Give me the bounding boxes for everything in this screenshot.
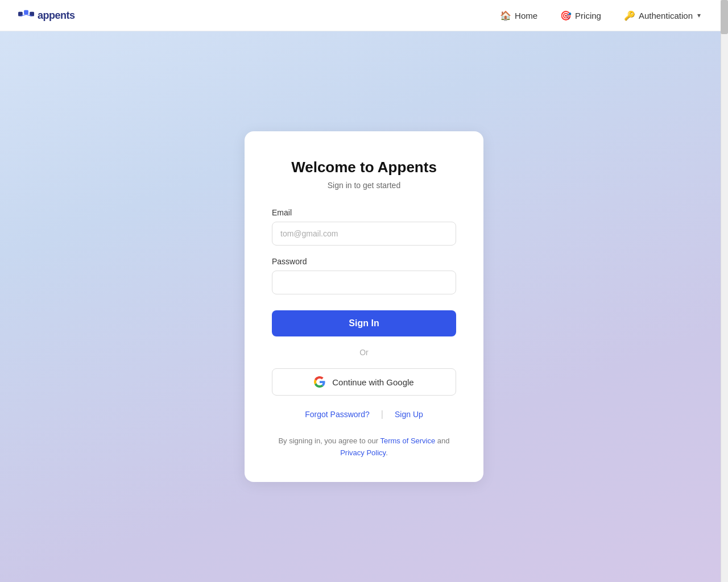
- email-group: Email: [272, 208, 456, 246]
- card-subtitle: Sign in to get started: [272, 181, 456, 190]
- logo[interactable]: appents: [18, 10, 75, 22]
- chevron-down-icon: ▾: [697, 11, 701, 19]
- email-input[interactable]: [272, 222, 456, 246]
- terms-prefix: By signing in, you agree to our: [278, 436, 380, 445]
- forgot-password-link[interactable]: Forgot Password?: [305, 410, 370, 419]
- home-icon: 🏠: [500, 10, 511, 21]
- nav-pricing-label: Pricing: [575, 11, 601, 20]
- card-title: Welcome to Appents: [272, 159, 456, 176]
- continue-with-google-button[interactable]: Continue with Google: [272, 368, 456, 396]
- nav-item-home[interactable]: 🏠 Home: [491, 6, 547, 26]
- password-input[interactable]: [272, 271, 456, 294]
- terms-of-service-link[interactable]: Terms of Service: [380, 436, 435, 445]
- logo-text: appents: [38, 10, 75, 22]
- nav-links: 🏠 Home 🎯 Pricing 🔑 Authentication ▾: [491, 6, 710, 26]
- svg-rect-1: [24, 10, 28, 15]
- privacy-policy-link[interactable]: Privacy Policy: [340, 448, 386, 457]
- nav-item-authentication[interactable]: 🔑 Authentication ▾: [615, 6, 710, 26]
- navbar: appents 🏠 Home 🎯 Pricing 🔑 Authenticatio…: [0, 0, 728, 31]
- nav-home-label: Home: [515, 11, 537, 20]
- sign-up-link[interactable]: Sign Up: [395, 410, 423, 419]
- email-label: Email: [272, 208, 456, 217]
- google-icon: [314, 376, 325, 388]
- terms-suffix: .: [386, 448, 388, 457]
- divider: Or: [272, 348, 456, 357]
- password-group: Password: [272, 257, 456, 294]
- google-button-label: Continue with Google: [332, 377, 413, 387]
- sign-in-button[interactable]: Sign In: [272, 310, 456, 336]
- key-icon: 🔑: [624, 10, 635, 21]
- main-content: Welcome to Appents Sign in to get starte…: [0, 31, 728, 582]
- terms-text: By signing in, you agree to our Terms of…: [272, 435, 456, 459]
- login-card: Welcome to Appents Sign in to get starte…: [245, 131, 483, 482]
- password-label: Password: [272, 257, 456, 266]
- scrollbar-thumb[interactable]: [721, 0, 728, 34]
- terms-and: and: [435, 436, 449, 445]
- scrollbar[interactable]: [721, 0, 728, 582]
- pricing-icon: 🎯: [560, 10, 572, 21]
- nav-item-pricing[interactable]: 🎯 Pricing: [551, 6, 610, 26]
- nav-authentication-label: Authentication: [639, 11, 693, 20]
- link-separator: |: [381, 409, 383, 419]
- links-row: Forgot Password? | Sign Up: [272, 409, 456, 419]
